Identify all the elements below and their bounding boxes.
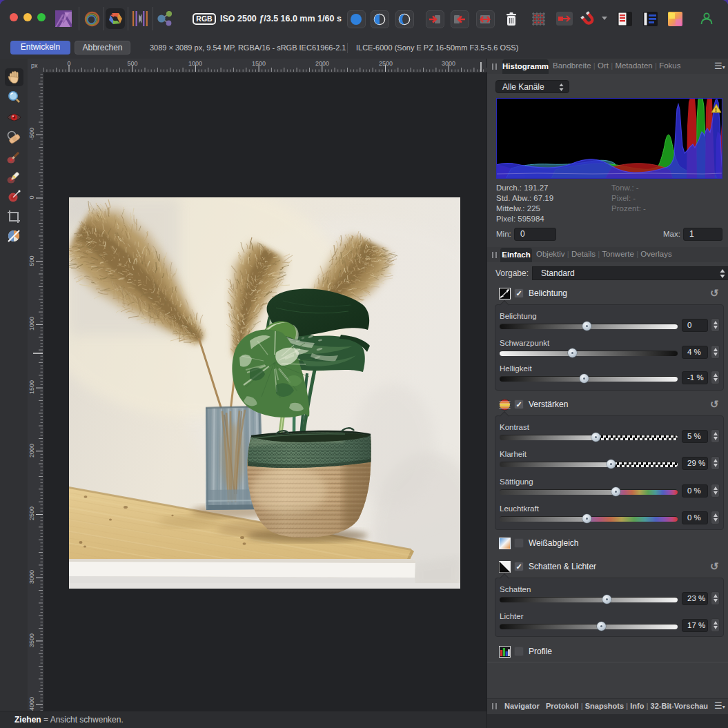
svg-text:!: ! bbox=[715, 106, 717, 113]
